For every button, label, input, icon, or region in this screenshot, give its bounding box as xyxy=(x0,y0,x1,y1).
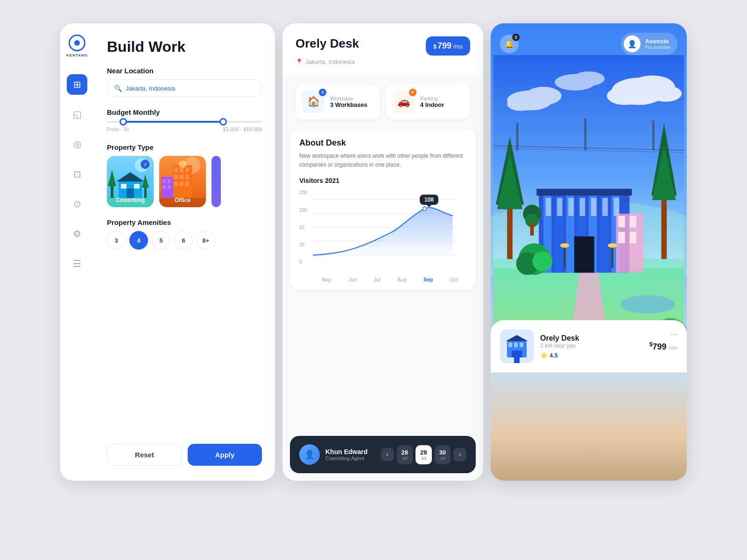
svg-rect-18 xyxy=(185,168,189,172)
budget-slider[interactable] xyxy=(107,121,262,123)
desk-name: Orely Desk xyxy=(296,36,359,51)
agent-name: Khun Edward xyxy=(325,448,375,455)
notification-badge: 2 xyxy=(512,34,520,41)
search-icon: 🔍 xyxy=(114,84,122,92)
svg-point-31 xyxy=(179,161,186,168)
user-name: Asensio xyxy=(645,38,671,45)
illustration-area: Orely Desk 2 km near you ⭐ 4.5 $799 /mo … xyxy=(491,55,687,372)
more-options-button[interactable]: ··· xyxy=(670,329,677,339)
property-type-grid: ✓ Coworking xyxy=(107,156,262,207)
apply-button[interactable]: Apply xyxy=(188,444,262,466)
svg-rect-75 xyxy=(629,232,636,243)
price-num: 799 xyxy=(653,342,667,351)
date-29-num: 29 xyxy=(420,449,427,456)
amenity-8plus[interactable]: 8+ xyxy=(197,231,215,250)
svg-rect-106 xyxy=(514,355,520,363)
location-input[interactable]: 🔍 Jakarta, Indonesia xyxy=(107,79,262,97)
svg-point-42 xyxy=(607,87,643,105)
amenity-3[interactable]: 3 xyxy=(107,231,126,250)
svg-rect-73 xyxy=(629,216,636,227)
filter-title: Build Work xyxy=(107,38,262,56)
sidebar-item-calendar[interactable]: ⊡ xyxy=(67,164,87,184)
parking-badge: P xyxy=(409,89,416,96)
parking-info: Parking 4 Indoor xyxy=(420,96,444,108)
amenities-section: Property Amenities 3 4 5 6 8+ xyxy=(107,218,262,250)
svg-rect-29 xyxy=(168,185,170,189)
about-title: About Desk xyxy=(299,138,466,148)
y-label-0: 0 xyxy=(299,259,310,265)
sidebar-item-settings[interactable]: ⚙ xyxy=(67,224,87,244)
svg-point-89 xyxy=(560,243,569,248)
card-desk-rating: ⭐ 4.5 xyxy=(540,352,643,359)
chart-area: 200 100 50 25 0 108 xyxy=(299,190,466,274)
sidebar-item-analytics[interactable]: ⊙ xyxy=(67,194,87,214)
x-label-jun: Jun xyxy=(348,277,357,282)
slider-thumb-right[interactable] xyxy=(219,118,227,126)
svg-rect-101 xyxy=(508,343,512,347)
sidebar-item-location[interactable]: ◎ xyxy=(67,134,87,154)
price-value: 799 xyxy=(437,41,451,51)
svg-rect-23 xyxy=(180,182,183,186)
svg-rect-103 xyxy=(520,343,523,347)
desk-preview-card: Orely Desk 2 km near you ⭐ 4.5 $799 /mo … xyxy=(491,320,687,372)
date-28[interactable]: 28 Jul xyxy=(397,445,413,464)
right-panel: 🔔 2 👤 Asensio Pro member xyxy=(491,23,687,481)
svg-rect-27 xyxy=(168,179,170,183)
svg-rect-22 xyxy=(174,182,178,186)
price-currency: $ xyxy=(433,43,437,50)
date-30[interactable]: 30 Jul xyxy=(435,445,451,464)
x-label-jul: Jul xyxy=(374,277,381,282)
svg-point-43 xyxy=(650,85,682,102)
desk-info-bottom: Orely Desk 2 km near you ⭐ 4.5 xyxy=(540,334,643,359)
location-label: Near Location xyxy=(107,67,262,75)
amenities-label: Property Amenities xyxy=(107,218,262,226)
reset-button[interactable]: Reset xyxy=(107,444,182,466)
svg-rect-19 xyxy=(174,175,178,179)
budget-from: From - To xyxy=(107,126,129,132)
svg-rect-17 xyxy=(180,168,183,172)
svg-rect-66 xyxy=(568,198,574,216)
date-next-button[interactable]: › xyxy=(453,448,466,461)
x-label-sep: Sep xyxy=(423,277,433,282)
price-unit: /mo xyxy=(453,43,463,50)
workbase-icon-wrap: 🏠 3 xyxy=(302,91,324,113)
location-text: Jakarta, Indonesia xyxy=(305,58,355,65)
amenity-5[interactable]: 5 xyxy=(152,231,170,250)
sidebar-item-dashboard[interactable]: ⊞ xyxy=(67,74,87,95)
card-desk-distance: 2 km near you xyxy=(540,343,643,349)
y-label-50: 50 xyxy=(299,225,310,230)
svg-rect-96 xyxy=(516,123,519,150)
notification-button[interactable]: 🔔 2 xyxy=(500,35,519,53)
svg-rect-28 xyxy=(163,185,166,189)
card-price-section: $799 /mo xyxy=(649,341,677,352)
workbase-icon: 🏠 xyxy=(307,96,320,108)
sidebar-item-menu[interactable]: ☰ xyxy=(67,253,87,274)
sidebar-item-listings[interactable]: ◱ xyxy=(67,104,87,125)
date-nav: ‹ 28 Jul 29 Jul 30 Jul › xyxy=(381,445,466,464)
user-role: Pro member xyxy=(645,45,671,50)
coworking-check: ✓ xyxy=(141,160,150,169)
property-type-office[interactable]: Office xyxy=(159,156,206,207)
amenity-6[interactable]: 6 xyxy=(174,231,193,250)
chart-tooltip: 108 xyxy=(420,195,438,205)
date-29[interactable]: 29 Jul xyxy=(416,445,431,464)
logo-text: KENTANG xyxy=(66,53,88,57)
y-label-25: 25 xyxy=(299,242,310,247)
date-28-day: Jul xyxy=(402,456,408,461)
bell-icon: 🔔 xyxy=(505,40,514,49)
svg-rect-65 xyxy=(557,198,563,216)
property-type-more[interactable] xyxy=(211,156,221,207)
desk-header-section: Orely Desk $ 799 /mo 📍 Jakarta, Indonesi… xyxy=(282,23,483,75)
slider-thumb-left[interactable] xyxy=(120,118,127,126)
location-section: Near Location 🔍 Jakarta, Indonesia xyxy=(107,67,262,97)
svg-rect-10 xyxy=(127,189,134,198)
amenity-4[interactable]: 4 xyxy=(129,231,148,250)
svg-rect-97 xyxy=(584,119,586,150)
property-type-coworking[interactable]: ✓ Coworking xyxy=(107,156,154,207)
svg-rect-20 xyxy=(180,175,183,179)
date-30-num: 30 xyxy=(439,449,446,456)
date-prev-button[interactable]: ‹ xyxy=(381,448,394,461)
svg-rect-16 xyxy=(174,168,178,172)
svg-rect-67 xyxy=(580,198,585,216)
agent-info: Khun Edward Coworking Agent xyxy=(325,448,375,461)
